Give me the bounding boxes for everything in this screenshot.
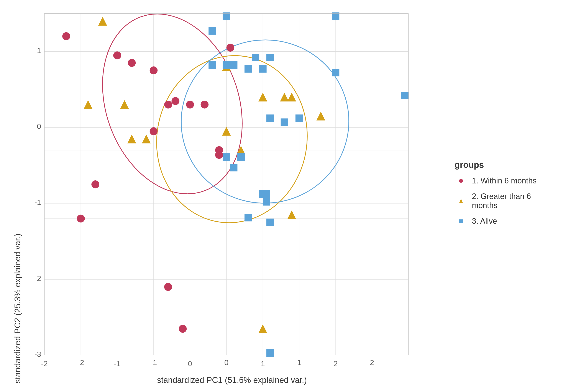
svg-rect-71 [208,27,216,35]
svg-text:1: 1 [37,46,41,55]
svg-point-40 [62,32,70,40]
svg-rect-80 [281,118,288,126]
legend-label-alive: 3. Alive [472,217,497,226]
svg-point-55 [179,325,187,333]
svg-text:-1: -1 [35,198,41,206]
svg-text:-2: -2 [77,358,84,367]
svg-point-53 [215,151,223,159]
legend-label-greater6: 2. Greater than 6 months [472,192,554,210]
svg-rect-77 [252,54,259,61]
svg-rect-88 [263,190,270,198]
legend-item-within6: 1. Within 6 months [455,176,554,185]
svg-text:-1: -1 [114,359,121,368]
svg-rect-76 [267,54,274,61]
legend-icon-alive [455,217,468,225]
svg-rect-79 [259,65,267,73]
svg-rect-100 [459,220,463,223]
svg-point-46 [164,101,172,109]
legend-item-alive: 3. Alive [455,217,554,226]
svg-rect-84 [223,153,230,161]
svg-point-42 [77,215,85,223]
svg-rect-91 [267,219,274,226]
legend-label-within6: 1. Within 6 months [472,176,537,185]
svg-point-44 [128,59,136,67]
svg-rect-93 [267,349,274,357]
svg-rect-72 [208,61,216,69]
svg-rect-90 [244,214,252,221]
svg-text:-3: -3 [35,350,41,358]
svg-container: -2 -1 0 1 2 [22,9,442,373]
svg-rect-78 [244,65,252,73]
svg-text:0: 0 [37,122,41,131]
svg-rect-92 [401,92,409,99]
legend-icon-within6 [455,176,468,185]
chart-inner: standardized PC2 (25.3% explained var.) [9,9,554,383]
svg-text:-2: -2 [41,359,48,368]
svg-rect-73 [223,61,230,69]
svg-text:1: 1 [261,359,265,368]
svg-rect-89 [263,198,270,206]
svg-text:-2: -2 [35,274,41,282]
svg-rect-85 [237,153,245,161]
svg-point-51 [227,44,234,52]
svg-point-45 [150,66,158,74]
svg-rect-83 [332,69,340,76]
legend-area: groups 1. Within 6 months [442,160,554,232]
svg-point-43 [113,51,121,59]
svg-point-50 [201,101,209,109]
svg-text:1: 1 [297,358,301,367]
svg-rect-86 [230,164,238,172]
x-axis-label: standardized PC1 (51.6% explained var.) [22,373,442,389]
svg-rect-74 [230,61,238,69]
svg-point-48 [171,97,179,105]
svg-point-49 [186,101,194,109]
svg-rect-82 [267,114,274,122]
plot-main: -2 -1 0 1 2 [22,9,442,383]
legend-item-greater6: 2. Greater than 6 months [455,192,554,210]
svg-text:-1: -1 [150,358,157,367]
svg-text:2: 2 [333,359,338,368]
svg-text:0: 0 [188,359,192,368]
chart-container: standardized PC2 (25.3% explained var.) [0,0,563,392]
y-axis-label: standardized PC2 (25.3% explained var.) [9,9,22,383]
legend-title: groups [455,160,554,170]
legend-icon-greater6 [455,197,468,205]
svg-point-54 [164,283,172,291]
svg-point-41 [91,180,99,188]
svg-point-96 [459,179,463,183]
plot-with-axes: standardized PC2 (25.3% explained var.) [9,9,442,383]
svg-rect-81 [295,114,303,122]
svg-text:0: 0 [224,358,229,367]
svg-point-47 [150,127,158,135]
svg-text:2: 2 [370,358,374,367]
